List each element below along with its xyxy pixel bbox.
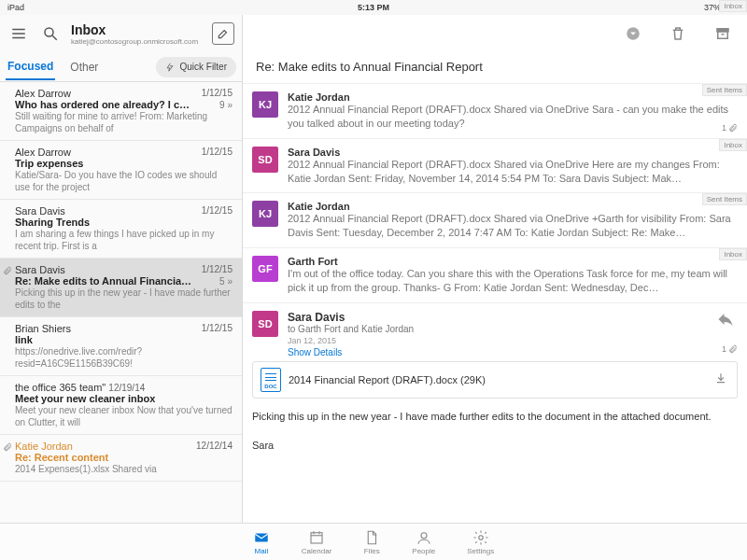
message-item[interactable]: Sara Davis1/12/15Re: Make edits to Annua… (0, 259, 242, 317)
attachment-name: 2014 Financial Report (DRAFT).docx (29K) (289, 374, 486, 385)
message-sender: Sara Davis (15, 264, 65, 275)
svg-point-3 (45, 28, 53, 36)
message-count: 5 » (219, 276, 233, 287)
message-preview: 2014 Expenses(1).xlsx Shared via (15, 463, 233, 475)
message-subject: Re: Make edits to Annual Financial… (15, 275, 192, 287)
message-item[interactable]: Alex Darrow1/12/15Who has ordered one al… (0, 82, 242, 141)
message-preview: Picking this up in the new year - I have… (15, 287, 233, 311)
folder-tag: Sent Items (702, 193, 747, 205)
thread-recipients: to Garth Fort and Katie Jordan (288, 324, 738, 334)
quick-filter-button[interactable]: Quick Filter (156, 57, 236, 77)
avatar: SD (252, 147, 278, 173)
nav-mail[interactable]: Mail (253, 529, 270, 555)
compose-button[interactable] (212, 22, 234, 45)
clock: 5:13 PM (358, 3, 389, 12)
nav-settings[interactable]: Settings (467, 529, 494, 555)
tab-focused[interactable]: Focused (6, 54, 55, 80)
folder-title: Inbox (71, 22, 203, 37)
attachment-row[interactable]: DOC2014 Financial Report (DRAFT).docx (2… (252, 361, 738, 399)
thread-item[interactable]: KJKatie Jordan2012 Annual Financial Repo… (243, 84, 747, 139)
svg-rect-10 (311, 532, 322, 542)
message-sender: Sara Davis (15, 205, 65, 217)
svg-rect-9 (255, 533, 268, 541)
message-preview: Meet your new cleaner inbox Now that you… (15, 404, 233, 428)
search-icon[interactable] (39, 22, 62, 45)
menu-icon[interactable] (7, 22, 30, 45)
message-subject: Meet your new cleaner inbox (15, 393, 155, 404)
message-subject: Who has ordered one already? I ca… (15, 99, 192, 110)
message-sender: Katie Jordan (15, 441, 73, 452)
message-subject: Sharing Trends (15, 217, 90, 228)
message-body: Picking this up in the new year - I have… (252, 406, 738, 462)
message-date: 12/19/14 (108, 383, 145, 393)
message-item[interactable]: Katie Jordan12/12/14Re: Recent content20… (0, 435, 242, 482)
thread-sender: Garth Fort (288, 256, 738, 267)
thread-item[interactable]: GFGarth FortI'm out of the office today.… (243, 248, 747, 303)
thread-item[interactable]: KJKatie Jordan2012 Annual Financial Repo… (243, 193, 747, 248)
reading-pane: Re: Make edits to Annual Financial Repor… (243, 15, 747, 523)
message-subject: Re: Recent content (15, 452, 108, 463)
tab-other[interactable]: Other (68, 55, 100, 79)
message-preview: Still waiting for mine to arrive! From: … (15, 110, 233, 134)
reply-icon[interactable] (717, 311, 734, 331)
delete-icon[interactable] (667, 22, 689, 45)
message-sender: the office 365 team" 12/19/14 (15, 382, 145, 393)
bottom-nav: Mail Calendar Files People Settings (0, 523, 747, 560)
folder-tag: Inbox (719, 248, 747, 260)
attachment-icon (3, 266, 12, 277)
message-list[interactable]: Alex Darrow1/12/15Who has ordered one al… (0, 82, 242, 523)
message-preview: Katie/Sara- Do you have the IO codes we … (15, 169, 233, 193)
device-label: iPad (7, 3, 24, 12)
quick-filter-label: Quick Filter (179, 62, 227, 72)
message-date: 1/12/15 (202, 323, 233, 334)
message-preview: I am sharing a few things I have picked … (15, 228, 233, 252)
message-preview: https://onedrive.live.com/redir?resid=A1… (15, 345, 233, 370)
message-item[interactable]: Alex Darrow1/12/15Trip expensesKatie/Sar… (0, 141, 242, 200)
thread-preview: I'm out of the office today. Can you sha… (288, 267, 738, 295)
message-sender: Alex Darrow (15, 88, 71, 99)
show-details-link[interactable]: Show Details (288, 347, 738, 357)
nav-calendar[interactable]: Calendar (302, 529, 331, 555)
message-subject: Trip expenses (15, 158, 83, 169)
message-date: 1/12/15 (202, 205, 233, 217)
thread-date: Jan 12, 2015 (288, 336, 738, 345)
message-date: 1/12/15 (202, 88, 233, 99)
message-sender: Alex Darrow (15, 147, 71, 158)
thread-sender: Katie Jordan (288, 201, 738, 212)
download-icon[interactable] (714, 371, 727, 388)
conversation-subject: Re: Make edits to Annual Financial Repor… (243, 52, 747, 84)
thread-item-expanded: InboxSDSara Davisto Garth Fort and Katie… (243, 303, 747, 469)
thread-sender: Sara Davis (288, 147, 738, 158)
message-date: 1/12/15 (202, 264, 233, 275)
avatar: GF (252, 256, 278, 282)
thread[interactable]: KJKatie Jordan2012 Annual Financial Repo… (243, 84, 747, 523)
lightning-icon (165, 63, 175, 72)
avatar: KJ (252, 201, 278, 227)
archive-icon[interactable] (712, 22, 734, 45)
svg-point-14 (421, 532, 427, 538)
folder-tag: Sent Items (702, 84, 747, 96)
message-item[interactable]: Brian Shiers1/12/15linkhttps://onedrive.… (0, 317, 242, 376)
status-bar: iPad 5:13 PM 37% (0, 0, 747, 15)
nav-people[interactable]: People (412, 529, 435, 555)
message-subject: link (15, 334, 33, 345)
message-date: 1/12/15 (202, 147, 233, 158)
attachment-icon (3, 442, 12, 454)
message-item[interactable]: Sara Davis1/12/15Sharing TrendsI am shar… (0, 200, 242, 259)
thread-preview: 2012 Annual Financial Report (DRAFT).doc… (288, 212, 738, 240)
svg-line-4 (52, 35, 57, 40)
nav-files[interactable]: Files (363, 529, 380, 555)
message-item[interactable]: the office 365 team" 12/19/14Meet your n… (0, 376, 242, 435)
thread-preview: 2012 Annual Financial Report (DRAFT).doc… (288, 158, 738, 186)
doc-icon: DOC (261, 368, 281, 392)
thread-sender: Katie Jordan (288, 91, 738, 103)
thread-sender: Sara Davis (288, 311, 738, 324)
message-date: 12/12/14 (196, 441, 233, 452)
avatar: KJ (252, 91, 278, 118)
avatar: SD (252, 311, 278, 337)
thread-item[interactable]: SDSara Davis2012 Annual Financial Report… (243, 139, 747, 194)
folder-tag: Inbox (719, 139, 747, 151)
thread-preview: 2012 Annual Financial Report (DRAFT).doc… (288, 103, 738, 131)
message-sender: Brian Shiers (15, 323, 71, 334)
flag-dropdown-icon[interactable] (622, 22, 644, 45)
